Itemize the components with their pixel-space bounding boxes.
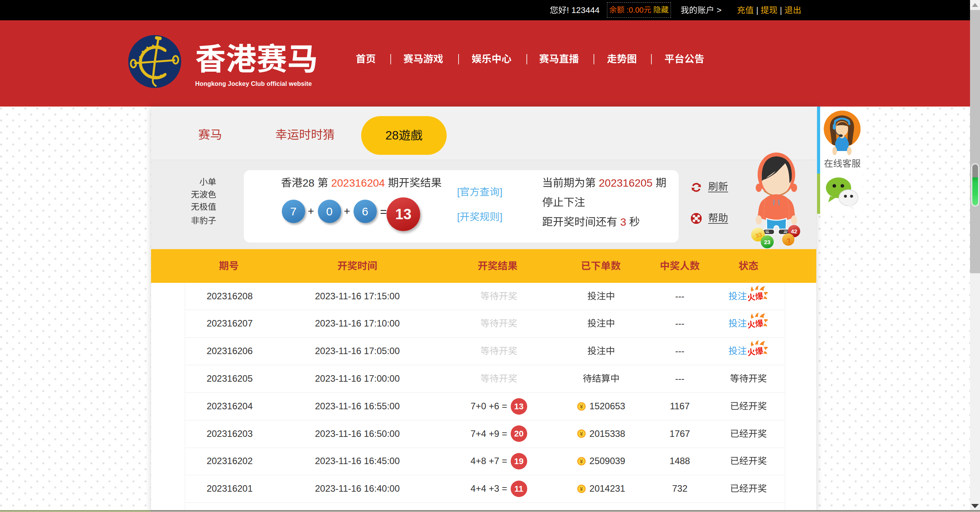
svg-text:¥: ¥ [580, 431, 583, 437]
svg-text:42: 42 [791, 228, 797, 235]
svg-text:¥: ¥ [580, 486, 583, 492]
svg-text:23: 23 [764, 239, 771, 245]
svg-text:¥: ¥ [580, 458, 583, 464]
svg-text:¥: ¥ [580, 403, 583, 409]
